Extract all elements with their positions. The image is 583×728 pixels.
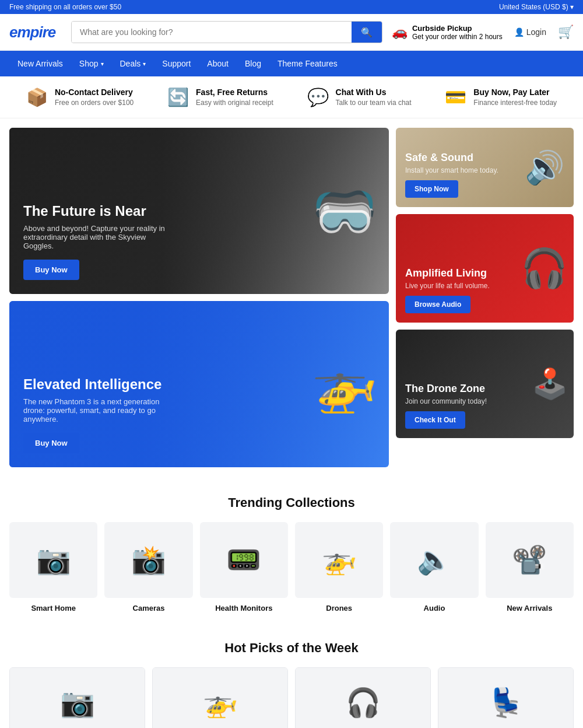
logo[interactable]: empire — [9, 23, 62, 41]
user-icon: 👤 — [514, 27, 524, 37]
hot-pick-4-image: 💺 — [438, 668, 573, 728]
collection-smart-home[interactable]: 📷 Smart Home — [9, 522, 97, 612]
smart-home-desc: Install your smart home today. — [405, 166, 498, 174]
collection-drones-image: 🚁 — [295, 522, 383, 598]
drone-zone-image: 🕹️ — [532, 367, 568, 401]
trending-collections-title: Trending Collections — [9, 495, 574, 510]
header: empire 🔍 🚗 Curbside Pickup Get your orde… — [0, 14, 583, 51]
collection-new-arrivals-image: 📽️ — [486, 522, 574, 598]
side-banner-audio: 🎧 Amplified Living Live your life at ful… — [396, 214, 574, 323]
vr-content: The Future is Near Above and beyond! Cap… — [23, 203, 169, 280]
top-bar-right[interactable]: United States (USD $) ▾ — [499, 3, 574, 11]
curbside-icon: 🚗 — [392, 24, 408, 40]
hot-picks-title: Hot Picks of the Week — [9, 640, 574, 656]
collection-smart-home-image: 📷 — [9, 522, 97, 598]
shop-arrow-icon: ▾ — [101, 61, 104, 67]
returns-sub: Easy with original receipt — [196, 99, 273, 107]
vr-desc: Above and beyond! Capture your reality i… — [23, 224, 169, 250]
drone-image: 🚁 — [312, 354, 377, 415]
collection-new-arrivals[interactable]: 📽️ New Arrivals — [486, 522, 574, 612]
returns-title: Fast, Free Returns — [196, 88, 273, 97]
hot-pick-3-image: 🎧 — [296, 668, 430, 728]
header-right: 🚗 Curbside Pickup Get your order within … — [392, 24, 574, 41]
drone-zone-desc: Join our community today! — [405, 397, 487, 405]
info-no-contact: 📦 No-Contact Delivery Free on orders ove… — [26, 87, 134, 107]
smart-home-title: Safe & Sound — [405, 152, 498, 164]
search-bar: 🔍 — [71, 21, 382, 43]
drone-zone-content: The Drone Zone Join our community today!… — [405, 383, 487, 429]
nav-new-arrivals[interactable]: New Arrivals — [9, 51, 71, 76]
collections-grid: 📷 Smart Home 📸 Cameras 📟 Health Monitors… — [9, 522, 574, 612]
nav-shop[interactable]: Shop ▾ — [71, 51, 112, 76]
hero-banners-left: 🥽 The Future is Near Above and beyond! C… — [9, 128, 389, 467]
drone-zone-title: The Drone Zone — [405, 383, 487, 395]
audio-image: 🎧 — [521, 246, 568, 290]
drone-title: Elevated Intelligence — [23, 376, 169, 393]
deals-arrow-icon: ▾ — [143, 61, 146, 67]
hero-section: 🥽 The Future is Near Above and beyond! C… — [0, 118, 583, 477]
collection-cameras-label: Cameras — [104, 604, 192, 612]
no-contact-sub: Free on orders over $100 — [55, 99, 134, 107]
collection-smart-home-label: Smart Home — [9, 604, 97, 612]
nav-deals[interactable]: Deals ▾ — [112, 51, 154, 76]
nav-blog[interactable]: Blog — [237, 51, 269, 76]
pay-later-sub: Finance interest-free today — [473, 99, 557, 107]
login-button[interactable]: 👤 Login — [514, 27, 546, 37]
vr-image: 🥽 — [312, 180, 377, 242]
collection-health-image: 📟 — [200, 522, 288, 598]
info-bar: 📦 No-Contact Delivery Free on orders ove… — [0, 76, 583, 118]
login-label: Login — [526, 27, 546, 37]
top-bar-left: Free shipping on all orders over $50 — [9, 3, 121, 11]
collection-cameras[interactable]: 📸 Cameras — [104, 522, 192, 612]
pay-later-title: Buy Now, Pay Later — [473, 88, 557, 97]
chat-title: Chat With Us — [336, 88, 412, 97]
curbside-text: Curbside Pickup Get your order within 2 … — [412, 24, 503, 41]
audio-content: Amplified Living Live your life at full … — [405, 267, 490, 313]
hero-banners-right: 🔊 Safe & Sound Install your smart home t… — [396, 128, 574, 467]
search-button[interactable]: 🔍 — [352, 22, 382, 43]
collection-audio-label: Audio — [390, 604, 478, 612]
nav-about[interactable]: About — [199, 51, 237, 76]
collection-audio-image: 🔈 — [390, 522, 478, 598]
pay-later-icon: 💳 — [445, 87, 466, 107]
drone-content: Elevated Intelligence The new Phantom 3 … — [23, 376, 169, 453]
hot-pick-1[interactable]: 📷 — [9, 667, 145, 728]
audio-desc: Live your life at full volume. — [405, 282, 490, 290]
collection-drones[interactable]: 🚁 Drones — [295, 522, 383, 612]
top-bar: Free shipping on all orders over $50 Uni… — [0, 0, 583, 14]
curbside-sub: Get your order within 2 hours — [412, 33, 503, 41]
vr-cta-button[interactable]: Buy Now — [23, 260, 79, 280]
no-contact-title: No-Contact Delivery — [55, 88, 134, 97]
smart-home-cta-button[interactable]: Shop Now — [405, 180, 458, 198]
drone-zone-cta-button[interactable]: Check It Out — [405, 411, 465, 429]
audio-title: Amplified Living — [405, 267, 490, 279]
search-input[interactable] — [72, 22, 352, 43]
vr-title: The Future is Near — [23, 203, 169, 219]
hot-pick-1-image: 📷 — [10, 668, 145, 728]
hero-banner-vr: 🥽 The Future is Near Above and beyond! C… — [9, 128, 389, 294]
collection-health-label: Health Monitors — [200, 604, 288, 612]
collection-new-arrivals-label: New Arrivals — [486, 604, 574, 612]
side-banner-drone-zone: 🕹️ The Drone Zone Join our community tod… — [396, 330, 574, 438]
drone-cta-button[interactable]: Buy Now — [23, 433, 79, 453]
hot-pick-3[interactable]: 🎧 — [295, 667, 431, 728]
info-pay-later: 💳 Buy Now, Pay Later Finance interest-fr… — [445, 87, 557, 107]
hot-picks-grid: 📷 🚁 🎧 💺 — [9, 667, 574, 728]
curbside-pickup[interactable]: 🚗 Curbside Pickup Get your order within … — [392, 24, 503, 41]
collection-audio[interactable]: 🔈 Audio — [390, 522, 478, 612]
cart-icon[interactable]: 🛒 — [558, 24, 574, 40]
curbside-title: Curbside Pickup — [412, 24, 503, 33]
nav-support[interactable]: Support — [154, 51, 199, 76]
collection-cameras-image: 📸 — [104, 522, 192, 598]
trending-collections-section: Trending Collections 📷 Smart Home 📸 Came… — [0, 477, 583, 622]
collection-health-monitors[interactable]: 📟 Health Monitors — [200, 522, 288, 612]
main-nav: New Arrivals Shop ▾ Deals ▾ Support Abou… — [0, 51, 583, 76]
no-contact-icon: 📦 — [26, 87, 48, 107]
audio-cta-button[interactable]: Browse Audio — [405, 296, 470, 313]
collection-drones-label: Drones — [295, 604, 383, 612]
drone-desc: The new Phantom 3 is a next generation d… — [23, 397, 169, 424]
hot-pick-4[interactable]: 💺 — [438, 667, 574, 728]
nav-theme-features[interactable]: Theme Features — [269, 51, 346, 76]
info-returns: 🔄 Fast, Free Returns Easy with original … — [167, 87, 273, 107]
hot-pick-2[interactable]: 🚁 — [152, 667, 288, 728]
